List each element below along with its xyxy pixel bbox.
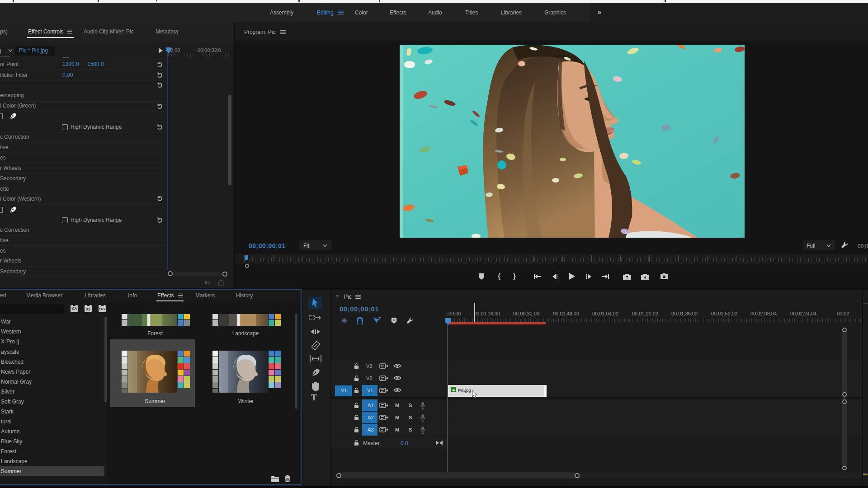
- svg-text:32: 32: [86, 307, 90, 311]
- svg-text:YUV: YUV: [99, 307, 105, 311]
